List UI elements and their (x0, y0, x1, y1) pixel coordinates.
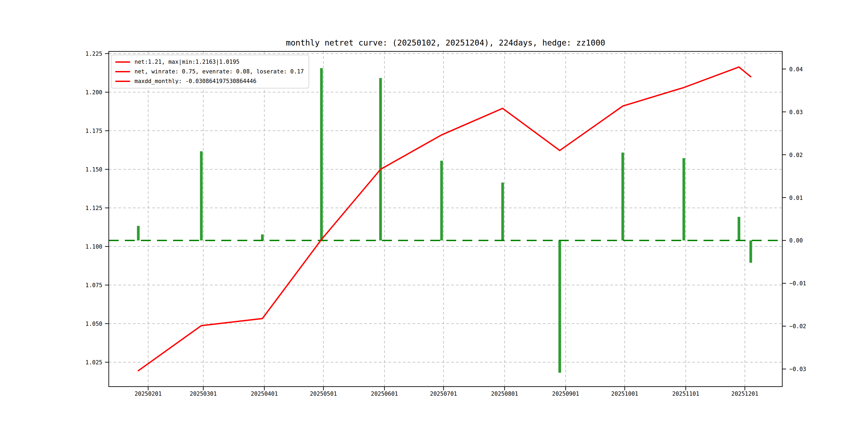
x-tick-label: 20251201 (732, 391, 758, 397)
monthly-return-bar (749, 240, 752, 262)
x-tick-label: 20251101 (672, 391, 699, 397)
x-tick-label: 20250301 (190, 391, 217, 397)
x-tick-label: 20250901 (552, 391, 579, 397)
legend-line-swatch (115, 71, 130, 72)
right-tick-label: −0.01 (789, 280, 806, 287)
right-tick-label: 0.02 (789, 152, 803, 158)
left-tick-label: 1.125 (86, 205, 102, 211)
figure: 1.2251.2001.1751.1501.1251.1001.0751.050… (0, 0, 868, 434)
monthly-return-bar (682, 158, 685, 240)
chart-title: monthly netret curve: (20250102, 2025120… (109, 38, 782, 48)
x-tick-label: 20250201 (134, 391, 161, 397)
monthly-return-bar (261, 235, 264, 240)
monthly-return-bar (200, 151, 203, 241)
legend-entry: net, winrate: 0.75, evenrate: 0.08, lose… (115, 67, 304, 75)
x-tick-label: 20250601 (371, 391, 398, 397)
left-tick-label: 1.200 (86, 89, 102, 96)
monthly-return-bar (137, 226, 140, 240)
left-tick-label: 1.150 (86, 166, 102, 173)
legend-label: net:1.21, max|min:1.2163|1.0195 (134, 59, 240, 65)
legend-label: maxdd_monthly: -0.030864197530864446 (134, 78, 256, 84)
right-tick-label: 0.01 (789, 195, 803, 201)
left-tick-label: 1.225 (86, 51, 102, 57)
axes-spines (109, 52, 782, 386)
monthly-return-bar (622, 153, 624, 241)
x-tick-label: 20250401 (251, 391, 278, 397)
legend-line-swatch (115, 61, 130, 63)
left-tick-label: 1.175 (86, 128, 102, 134)
right-tick-label: 0.00 (789, 237, 803, 244)
monthly-return-bar (320, 68, 323, 240)
legend-entry: net:1.21, max|min:1.2163|1.0195 (115, 58, 304, 66)
x-tick-label: 20250701 (430, 391, 457, 397)
legend-line-swatch (115, 81, 130, 82)
monthly-return-bar (501, 183, 504, 241)
left-tick-label: 1.025 (86, 359, 102, 366)
right-tick-label: 0.04 (789, 66, 803, 72)
left-tick-label: 1.100 (86, 244, 102, 250)
right-tick-label: −0.02 (789, 323, 806, 330)
x-tick-label: 20250801 (491, 391, 518, 397)
monthly-return-bar (440, 161, 443, 241)
legend-label: net, winrate: 0.75, evenrate: 0.08, lose… (134, 68, 304, 75)
monthly-return-bar (558, 240, 561, 373)
x-tick-label: 20250501 (310, 391, 337, 397)
legend-entry: maxdd_monthly: -0.030864197530864446 (115, 77, 304, 85)
right-tick-label: 0.03 (789, 109, 803, 116)
left-tick-label: 1.050 (86, 321, 102, 327)
left-tick-label: 1.075 (86, 282, 102, 288)
right-tick-label: −0.03 (789, 366, 806, 372)
monthly-return-bar (379, 78, 382, 240)
x-tick-label: 20251001 (611, 391, 638, 397)
legend-box: net:1.21, max|min:1.2163|1.0195net, winr… (111, 55, 309, 88)
monthly-return-bar (738, 217, 740, 241)
net-curve (138, 67, 751, 371)
